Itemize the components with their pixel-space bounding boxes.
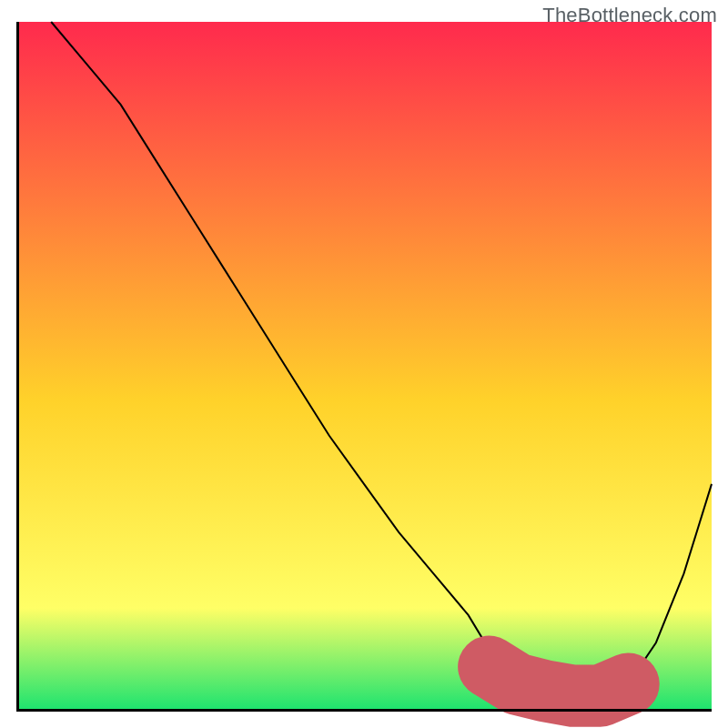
x-axis: [16, 709, 712, 712]
gradient-background: [16, 22, 712, 712]
chart-stage: TheBottleneck.com: [0, 0, 728, 728]
optimal-range-marker-path: [490, 667, 629, 696]
chart-svg: [16, 22, 712, 712]
watermark-text: TheBottleneck.com: [542, 4, 717, 27]
plot-area: [16, 22, 712, 712]
y-axis: [16, 22, 19, 712]
